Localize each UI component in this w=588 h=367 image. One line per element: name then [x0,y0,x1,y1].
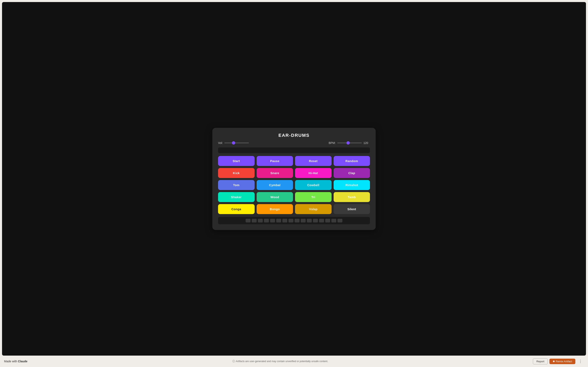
controls-row: Vol: BPM: 120 [218,141,370,145]
tom-button[interactable]: Tom [218,180,255,190]
step-dot-13[interactable] [325,219,330,222]
cowbell-button[interactable]: Cowbell [295,180,332,190]
reset-button[interactable]: Reset [295,156,332,166]
footer-brand-bold: Claude [18,360,27,363]
step-dot-12[interactable] [319,219,324,222]
footer: Made with Claude ⓘ Artifacts are user-ge… [0,356,588,367]
step-dot-3[interactable] [264,219,269,222]
step-dot-11[interactable] [313,219,318,222]
shaker-button[interactable]: Shaker [218,192,255,202]
footer-brand-text: Made with [4,360,17,363]
transport-grid: Start Pause Reset Random Kick Snare Hi-H… [218,156,370,214]
step-dot-2[interactable] [258,219,263,222]
step-dot-8[interactable] [295,219,300,222]
step-dot-15[interactable] [337,219,342,222]
footer-brand: Made with Claude [4,360,27,363]
vol-label: Vol: [218,141,223,145]
app-title: EAR-DRUMS [218,133,370,138]
volume-slider[interactable] [224,142,249,143]
footer-info-text: Artifacts are user-generated and may con… [236,360,328,363]
footer-info: ⓘ Artifacts are user-generated and may c… [232,359,328,363]
vslap-button[interactable]: Vslap [295,204,332,214]
step-dot-0[interactable] [246,219,251,222]
main-canvas: EAR-DRUMS Vol: BPM: 120 Start Pause Rese… [2,2,586,356]
bpm-label: BPM: [329,141,336,145]
bongo-button[interactable]: Bongo [257,204,293,214]
step-dot-14[interactable] [331,219,336,222]
conga-button[interactable]: Conga [218,204,255,214]
step-dot-5[interactable] [276,219,281,222]
silent-button[interactable]: Silent [334,204,370,214]
step-dot-1[interactable] [252,219,257,222]
volume-control: Vol: [218,141,249,145]
info-icon: ⓘ [232,359,235,363]
kick-button[interactable]: Kick [218,168,255,178]
step-dot-9[interactable] [301,219,306,222]
hihat-button[interactable]: Hi-Hat [295,168,332,178]
drum-machine: EAR-DRUMS Vol: BPM: 120 Start Pause Rese… [212,128,376,230]
step-dot-7[interactable] [288,219,293,222]
start-button[interactable]: Start [218,156,255,166]
step-dot-10[interactable] [307,219,312,222]
step-sequencer [218,217,370,224]
random-button[interactable]: Random [334,156,370,166]
footer-actions: Report ✺ Remix Artifact ⋮ [533,358,584,364]
wood-button[interactable]: Wood [257,192,293,202]
rimshot-button[interactable]: Rimshot [334,180,370,190]
tamb-button[interactable]: Tamb [334,192,370,202]
tri-button[interactable]: Tri [295,192,332,202]
snare-button[interactable]: Snare [257,168,293,178]
remix-button[interactable]: ✺ Remix Artifact [549,359,575,364]
top-sequencer-bar [218,147,370,153]
step-dot-6[interactable] [282,219,287,222]
bpm-control: BPM: 120 [329,141,370,145]
bpm-value: 120 [363,141,370,145]
bpm-slider[interactable] [337,142,362,143]
clap-button[interactable]: Clap [334,168,370,178]
more-button[interactable]: ⋮ [577,358,584,364]
report-button[interactable]: Report [533,359,548,364]
pause-button[interactable]: Pause [257,156,293,166]
cymbal-button[interactable]: Cymbal [257,180,293,190]
step-dot-4[interactable] [270,219,275,222]
